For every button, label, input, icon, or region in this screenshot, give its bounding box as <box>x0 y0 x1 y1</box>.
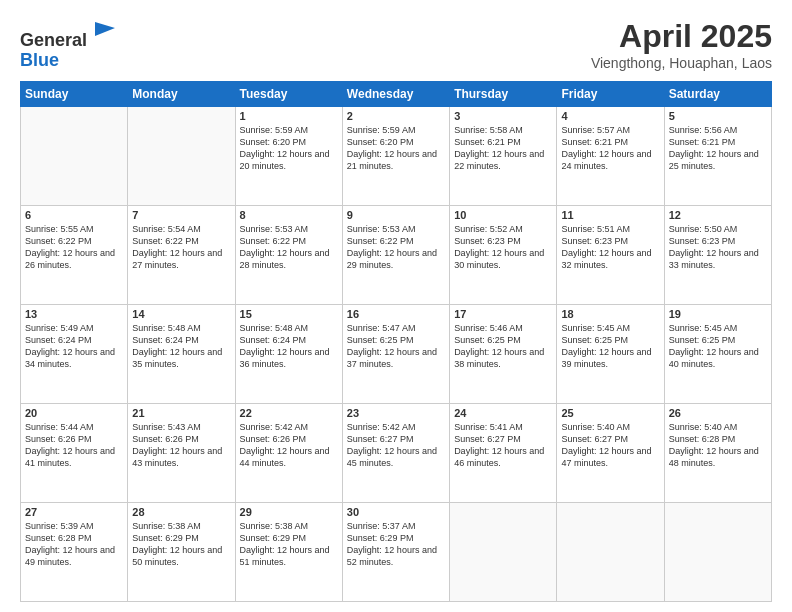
day-number: 25 <box>561 407 659 419</box>
day-cell: 24Sunrise: 5:41 AM Sunset: 6:27 PM Dayli… <box>450 404 557 503</box>
weekday-header-row: SundayMondayTuesdayWednesdayThursdayFrid… <box>21 82 772 107</box>
week-row-2: 6Sunrise: 5:55 AM Sunset: 6:22 PM Daylig… <box>21 206 772 305</box>
weekday-header-sunday: Sunday <box>21 82 128 107</box>
day-info: Sunrise: 5:42 AM Sunset: 6:26 PM Dayligh… <box>240 421 338 470</box>
day-cell: 4Sunrise: 5:57 AM Sunset: 6:21 PM Daylig… <box>557 107 664 206</box>
day-cell: 5Sunrise: 5:56 AM Sunset: 6:21 PM Daylig… <box>664 107 771 206</box>
weekday-header-saturday: Saturday <box>664 82 771 107</box>
day-number: 14 <box>132 308 230 320</box>
day-info: Sunrise: 5:56 AM Sunset: 6:21 PM Dayligh… <box>669 124 767 173</box>
day-number: 20 <box>25 407 123 419</box>
day-info: Sunrise: 5:59 AM Sunset: 6:20 PM Dayligh… <box>347 124 445 173</box>
logo-general: General <box>20 30 87 50</box>
day-number: 8 <box>240 209 338 221</box>
day-info: Sunrise: 5:47 AM Sunset: 6:25 PM Dayligh… <box>347 322 445 371</box>
day-cell: 23Sunrise: 5:42 AM Sunset: 6:27 PM Dayli… <box>342 404 449 503</box>
day-info: Sunrise: 5:45 AM Sunset: 6:25 PM Dayligh… <box>669 322 767 371</box>
header: General Blue April 2025 Viengthong, Houa… <box>20 18 772 71</box>
logo: General Blue <box>20 18 119 71</box>
day-info: Sunrise: 5:38 AM Sunset: 6:29 PM Dayligh… <box>240 520 338 569</box>
day-info: Sunrise: 5:59 AM Sunset: 6:20 PM Dayligh… <box>240 124 338 173</box>
day-cell <box>128 107 235 206</box>
day-number: 2 <box>347 110 445 122</box>
day-cell: 6Sunrise: 5:55 AM Sunset: 6:22 PM Daylig… <box>21 206 128 305</box>
day-number: 19 <box>669 308 767 320</box>
weekday-header-wednesday: Wednesday <box>342 82 449 107</box>
day-cell: 17Sunrise: 5:46 AM Sunset: 6:25 PM Dayli… <box>450 305 557 404</box>
logo-blue: Blue <box>20 50 59 70</box>
day-cell: 10Sunrise: 5:52 AM Sunset: 6:23 PM Dayli… <box>450 206 557 305</box>
weekday-header-friday: Friday <box>557 82 664 107</box>
day-info: Sunrise: 5:38 AM Sunset: 6:29 PM Dayligh… <box>132 520 230 569</box>
day-cell <box>21 107 128 206</box>
day-info: Sunrise: 5:40 AM Sunset: 6:28 PM Dayligh… <box>669 421 767 470</box>
day-cell: 21Sunrise: 5:43 AM Sunset: 6:26 PM Dayli… <box>128 404 235 503</box>
day-number: 1 <box>240 110 338 122</box>
day-info: Sunrise: 5:45 AM Sunset: 6:25 PM Dayligh… <box>561 322 659 371</box>
day-number: 29 <box>240 506 338 518</box>
day-number: 22 <box>240 407 338 419</box>
day-info: Sunrise: 5:54 AM Sunset: 6:22 PM Dayligh… <box>132 223 230 272</box>
day-info: Sunrise: 5:55 AM Sunset: 6:22 PM Dayligh… <box>25 223 123 272</box>
day-number: 18 <box>561 308 659 320</box>
title-block: April 2025 Viengthong, Houaphan, Laos <box>591 18 772 71</box>
day-number: 21 <box>132 407 230 419</box>
day-info: Sunrise: 5:57 AM Sunset: 6:21 PM Dayligh… <box>561 124 659 173</box>
day-info: Sunrise: 5:37 AM Sunset: 6:29 PM Dayligh… <box>347 520 445 569</box>
day-cell <box>664 503 771 602</box>
subtitle: Viengthong, Houaphan, Laos <box>591 55 772 71</box>
weekday-header-thursday: Thursday <box>450 82 557 107</box>
week-row-3: 13Sunrise: 5:49 AM Sunset: 6:24 PM Dayli… <box>21 305 772 404</box>
day-info: Sunrise: 5:41 AM Sunset: 6:27 PM Dayligh… <box>454 421 552 470</box>
weekday-header-monday: Monday <box>128 82 235 107</box>
day-cell: 18Sunrise: 5:45 AM Sunset: 6:25 PM Dayli… <box>557 305 664 404</box>
day-number: 6 <box>25 209 123 221</box>
page: General Blue April 2025 Viengthong, Houa… <box>0 0 792 612</box>
day-number: 16 <box>347 308 445 320</box>
svg-marker-0 <box>95 22 115 36</box>
day-number: 9 <box>347 209 445 221</box>
day-number: 28 <box>132 506 230 518</box>
logo-text-block: General Blue <box>20 18 119 71</box>
day-cell: 26Sunrise: 5:40 AM Sunset: 6:28 PM Dayli… <box>664 404 771 503</box>
day-info: Sunrise: 5:52 AM Sunset: 6:23 PM Dayligh… <box>454 223 552 272</box>
day-info: Sunrise: 5:39 AM Sunset: 6:28 PM Dayligh… <box>25 520 123 569</box>
day-cell: 13Sunrise: 5:49 AM Sunset: 6:24 PM Dayli… <box>21 305 128 404</box>
day-cell: 25Sunrise: 5:40 AM Sunset: 6:27 PM Dayli… <box>557 404 664 503</box>
day-cell: 28Sunrise: 5:38 AM Sunset: 6:29 PM Dayli… <box>128 503 235 602</box>
day-cell: 7Sunrise: 5:54 AM Sunset: 6:22 PM Daylig… <box>128 206 235 305</box>
day-info: Sunrise: 5:50 AM Sunset: 6:23 PM Dayligh… <box>669 223 767 272</box>
day-number: 17 <box>454 308 552 320</box>
day-cell: 16Sunrise: 5:47 AM Sunset: 6:25 PM Dayli… <box>342 305 449 404</box>
day-number: 30 <box>347 506 445 518</box>
day-cell: 15Sunrise: 5:48 AM Sunset: 6:24 PM Dayli… <box>235 305 342 404</box>
day-info: Sunrise: 5:53 AM Sunset: 6:22 PM Dayligh… <box>347 223 445 272</box>
day-info: Sunrise: 5:46 AM Sunset: 6:25 PM Dayligh… <box>454 322 552 371</box>
day-cell: 8Sunrise: 5:53 AM Sunset: 6:22 PM Daylig… <box>235 206 342 305</box>
week-row-4: 20Sunrise: 5:44 AM Sunset: 6:26 PM Dayli… <box>21 404 772 503</box>
day-info: Sunrise: 5:40 AM Sunset: 6:27 PM Dayligh… <box>561 421 659 470</box>
day-cell: 3Sunrise: 5:58 AM Sunset: 6:21 PM Daylig… <box>450 107 557 206</box>
day-number: 4 <box>561 110 659 122</box>
day-number: 10 <box>454 209 552 221</box>
day-cell: 29Sunrise: 5:38 AM Sunset: 6:29 PM Dayli… <box>235 503 342 602</box>
main-title: April 2025 <box>591 18 772 55</box>
day-cell: 14Sunrise: 5:48 AM Sunset: 6:24 PM Dayli… <box>128 305 235 404</box>
calendar-table: SundayMondayTuesdayWednesdayThursdayFrid… <box>20 81 772 602</box>
day-number: 26 <box>669 407 767 419</box>
day-cell: 30Sunrise: 5:37 AM Sunset: 6:29 PM Dayli… <box>342 503 449 602</box>
day-info: Sunrise: 5:48 AM Sunset: 6:24 PM Dayligh… <box>240 322 338 371</box>
day-info: Sunrise: 5:42 AM Sunset: 6:27 PM Dayligh… <box>347 421 445 470</box>
day-cell: 22Sunrise: 5:42 AM Sunset: 6:26 PM Dayli… <box>235 404 342 503</box>
day-info: Sunrise: 5:58 AM Sunset: 6:21 PM Dayligh… <box>454 124 552 173</box>
day-number: 3 <box>454 110 552 122</box>
week-row-5: 27Sunrise: 5:39 AM Sunset: 6:28 PM Dayli… <box>21 503 772 602</box>
day-number: 7 <box>132 209 230 221</box>
day-info: Sunrise: 5:44 AM Sunset: 6:26 PM Dayligh… <box>25 421 123 470</box>
day-info: Sunrise: 5:48 AM Sunset: 6:24 PM Dayligh… <box>132 322 230 371</box>
day-number: 15 <box>240 308 338 320</box>
week-row-1: 1Sunrise: 5:59 AM Sunset: 6:20 PM Daylig… <box>21 107 772 206</box>
day-number: 12 <box>669 209 767 221</box>
day-cell <box>557 503 664 602</box>
day-cell: 20Sunrise: 5:44 AM Sunset: 6:26 PM Dayli… <box>21 404 128 503</box>
